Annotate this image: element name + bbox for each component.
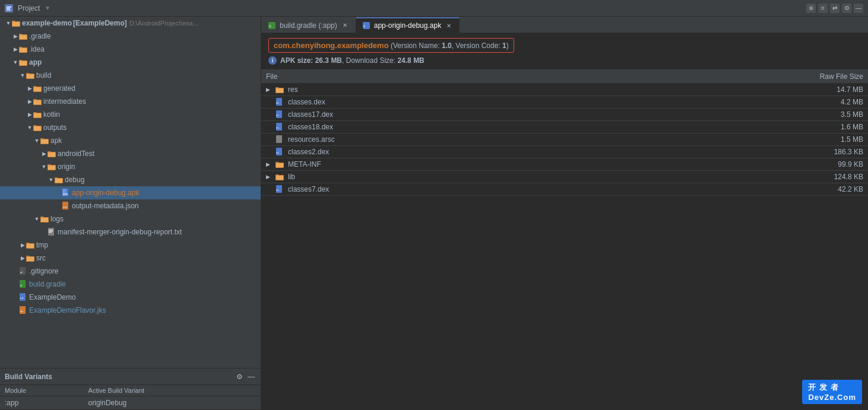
gitignore-label: .gitignore [29,267,58,275]
close-button[interactable]: — [854,4,863,13]
tree-item-jks[interactable]: jks ExampleDemoFlavor.jks [0,304,261,317]
tree-item-app[interactable]: app [0,56,261,69]
apk-package-name: com.chenyihong.exampledemo [274,41,389,50]
settings-button[interactable]: ⚙ [842,4,851,13]
apk-folder-arrow[interactable] [33,137,40,144]
collapse-button[interactable]: ≡ [818,4,828,13]
manifest-file-icon [47,228,56,236]
sync-button[interactable]: ⊕ [806,4,816,13]
file-size-cell-6: 99.9 KB [623,158,868,171]
debug-folder-arrow[interactable] [47,176,55,183]
file-icon-1: 01 [275,98,284,106]
root-demo-label: [ExampleDemo] [73,19,127,27]
file-name-cell-4: resources.arsc [261,134,623,146]
file-label-3: classes18.dex [288,123,333,131]
file-table-row-1[interactable]: 01classes.dex4.2 MB [261,96,868,109]
tree-item-apk-file[interactable]: APK app-origin-debug.apk [0,186,261,199]
tree-item-debug-folder[interactable]: debug [0,173,261,186]
tree-item-tmp[interactable]: tmp [0,239,261,252]
file-size-cell-5: 186.3 KB [623,146,868,158]
bv-col-module: Module [0,385,84,396]
tree-item-gitignore[interactable]: git .gitignore [0,265,261,278]
file-row-arrow-0[interactable]: ▶ [266,87,273,93]
kotlin-arrow[interactable] [26,111,33,118]
bv-row-0[interactable]: :app originDebug [0,396,261,410]
src-arrow[interactable] [19,255,26,262]
file-icon-3: 01 [275,123,284,131]
tree-item-src[interactable]: src [0,252,261,265]
tree-item-manifest-merger[interactable]: manifest-merger-origin-debug-report.txt [0,225,261,239]
tree-item-apk-folder[interactable]: apk [0,134,261,147]
tree-item-origin[interactable]: origin [0,160,261,173]
tree-item-generated[interactable]: generated [0,82,261,95]
root-arrow[interactable] [5,20,12,27]
tree-item-logs[interactable]: logs [0,212,261,225]
file-table-row-5[interactable]: 01classes2.dex186.3 KB [261,146,868,158]
app-arrow[interactable] [12,59,19,66]
kotlin-folder-icon [33,112,42,118]
tree-item-buildgradle[interactable]: gr build.gradle [0,278,261,291]
tree-item-exampledemo[interactable]: ED ExampleDemo [0,291,261,304]
file-size-cell-7: 124.8 KB [623,171,868,183]
tab-build-gradle[interactable]: G build.gradle (:app) ✕ [261,17,356,33]
file-name-cell-7: ▶lib [261,171,623,183]
tree-item-root[interactable]: example-demo [ExampleDemo] D:\AndroidPro… [0,17,261,30]
file-table-row-2[interactable]: 01classes17.dex3.5 MB [261,109,868,121]
expand-button[interactable]: ⇄ [830,4,840,13]
tree-item-kotlin[interactable]: kotlin [0,108,261,121]
file-table-row-3[interactable]: 01classes18.dex1.6 MB [261,121,868,134]
intermediates-arrow[interactable] [26,98,33,105]
file-table-row-8[interactable]: 01classes7.dex42.2 KB [261,183,868,196]
svg-text:jks: jks [20,310,23,313]
outputs-arrow[interactable] [26,124,33,131]
build-folder-icon [26,72,34,79]
dotidea-arrow[interactable] [12,46,19,53]
svg-rect-2 [7,8,10,9]
generated-arrow[interactable] [26,85,33,92]
svg-text:G: G [269,24,271,28]
manifest-arrow [40,228,47,236]
col-size: Raw File Size [623,70,868,84]
build-arrow[interactable] [19,72,26,79]
version-code-value: 1 [502,42,506,50]
panel-dropdown-arrow[interactable]: ▼ [45,5,50,11]
logs-arrow[interactable] [33,215,40,223]
svg-rect-1 [7,7,11,8]
tmp-arrow[interactable] [19,241,26,249]
apk-file-arrow [55,189,62,196]
file-table-container[interactable]: File Raw File Size ▶res14.7 MB01classes.… [261,70,868,410]
file-label-1: classes.dex [288,98,325,106]
tree-item-intermediates[interactable]: intermediates [0,95,261,108]
file-table-row-0[interactable]: ▶res14.7 MB [261,84,868,96]
bv-close-button[interactable]: — [246,371,256,382]
file-icon-4 [275,135,284,144]
bv-table: Module Active Build Variant :app originD… [0,385,261,410]
bv-header: Build Variants ⚙ — [0,368,261,385]
file-row-arrow-6[interactable]: ▶ [266,161,273,167]
file-icon-2: 01 [275,110,284,119]
tab-apk-close[interactable]: ✕ [445,21,453,30]
origin-arrow[interactable] [40,163,47,170]
tree-item-androidtest[interactable]: androidTest [0,147,261,160]
tree-item-metadata[interactable]: json output-metadata.json [0,199,261,212]
project-tree[interactable]: example-demo [ExampleDemo] D:\AndroidPro… [0,17,261,368]
tab-apk-icon: A [362,21,370,30]
file-label-2: classes17.dex [288,110,333,119]
tab-gradle-close[interactable]: ✕ [341,21,349,30]
tree-item-outputs[interactable]: outputs [0,121,261,134]
tab-apk[interactable]: A app-origin-debug.apk ✕ [356,17,460,33]
tree-item-dotgradle[interactable]: .gradle [0,30,261,43]
svg-text:json: json [62,205,67,208]
tree-item-build[interactable]: build [0,69,261,82]
outputs-label: outputs [43,123,66,132]
file-table-row-6[interactable]: ▶META-INF99.9 KB [261,158,868,171]
file-row-arrow-7[interactable]: ▶ [266,174,273,180]
file-table-row-7[interactable]: ▶lib124.8 KB [261,171,868,183]
apk-file-label: app-origin-debug.apk [72,189,139,197]
bv-settings-button[interactable]: ⚙ [235,371,244,382]
tree-item-dotidea[interactable]: .idea [0,43,261,56]
dotgradle-arrow[interactable] [12,33,19,40]
dotgradle-folder-icon [19,33,27,40]
file-table-row-4[interactable]: resources.arsc1.5 MB [261,134,868,146]
androidtest-arrow[interactable] [40,150,47,157]
